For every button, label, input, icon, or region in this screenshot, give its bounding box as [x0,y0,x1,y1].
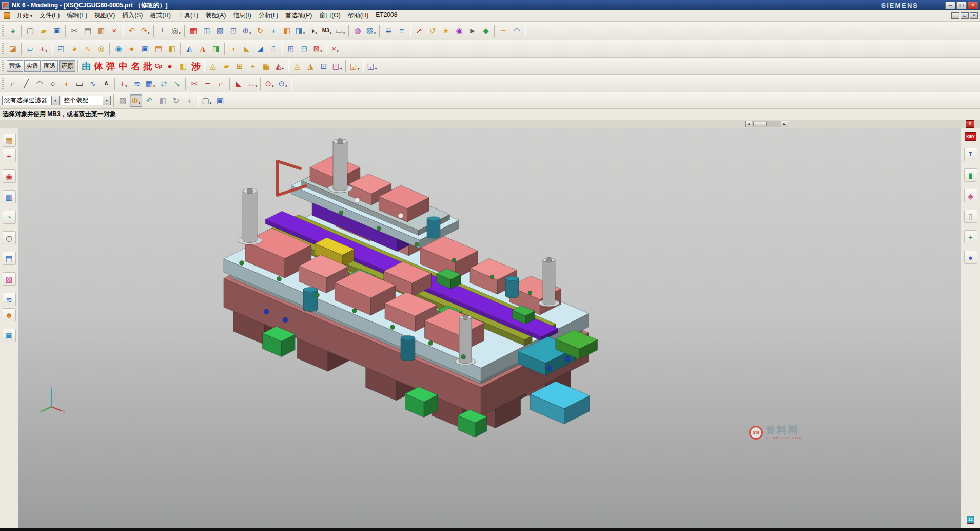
layer-settings-button[interactable]: ≣ [382,25,395,37]
maximize-button[interactable]: ▢ [956,2,967,9]
wcs-grid-button[interactable]: ▦ [187,25,200,37]
background-button[interactable]: ▭▾ [334,25,346,37]
history-tab[interactable]: ◷ [3,231,16,244]
rotate-tool-button[interactable]: ↻ [170,94,182,107]
product-outline-button[interactable]: ◰▾ [331,60,343,72]
restore-view-button[interactable]: ↶ [143,94,155,107]
char-body-button[interactable]: 体 [93,62,104,71]
horizontal-scrollbar[interactable]: ◄ ► [745,121,788,127]
menu-edit[interactable]: 编辑(E) [63,10,91,21]
battery-tool-button[interactable]: ▮ [964,168,977,182]
minimize-button[interactable]: ─ [945,2,955,9]
sphere-tool-button[interactable]: ● [964,251,977,264]
plus-tool-button[interactable]: + [964,230,977,243]
quick-trim-button[interactable]: ✂ [188,78,201,90]
measure-distance-button[interactable]: ━ [497,25,509,37]
pan-view-button[interactable]: + [267,25,280,37]
menu-preferences[interactable]: 首选项(P) [282,10,316,21]
graphics-window[interactable]: Z X Y xs 资料网 ZL.X51616.COM [18,128,961,528]
csys-button[interactable]: ↺ [426,25,439,37]
sweep-button[interactable]: ∿ [82,43,94,55]
circle-center-button[interactable]: ⊙▾ [263,78,276,90]
perspective-button[interactable]: ◧ [281,25,293,37]
contacts-tab[interactable]: ☻ [3,308,16,321]
selection-filter-combo[interactable]: 没有选择过滤器▼ [2,96,60,105]
profile-button[interactable]: ⌐ [7,78,19,90]
menu-analysis[interactable]: 分析(L) [255,10,282,21]
menu-help[interactable]: 帮助(H) [344,10,373,21]
star-tool-button[interactable]: ★ [440,25,452,37]
scroll-thumb[interactable] [753,122,767,126]
view-m3-button[interactable]: M3▾ [321,25,333,37]
auto-dimension-button[interactable]: ↔▾ [246,78,258,90]
menu-view[interactable]: 视图(V) [91,10,119,21]
palette-tool-button[interactable]: ◈ [964,189,977,202]
datum-plane-button[interactable]: ▱ [24,43,36,55]
tube-button[interactable]: ◎ [95,43,107,55]
constraint-navigator-tab[interactable]: + [3,149,16,162]
part-navigator-tab[interactable]: ◉ [3,169,16,183]
trim-body-button[interactable]: ⊠▾ [311,43,324,55]
layer-visible-in-view-button[interactable]: ≡ [396,25,408,37]
revolve-button[interactable]: ◕ [68,43,81,55]
fillet-button[interactable]: ◖ [60,78,72,90]
assembly-constraints-button[interactable]: ⊞ [233,60,246,72]
open-box-button[interactable]: ◧ [177,60,189,72]
intersect-button[interactable]: ◨ [210,43,222,55]
roles-tab[interactable]: ▤ [3,252,16,265]
reuse-library-tab[interactable]: ▥ [3,190,16,203]
display-cube-button[interactable]: ▣ [214,94,226,107]
char-batch-button[interactable]: 批 [142,62,153,71]
find-button[interactable]: ◎▾ [170,25,182,37]
delete-button[interactable]: × [108,25,121,37]
subtract-button[interactable]: ◮ [197,43,209,55]
menu-insert[interactable]: 插入(S) [119,10,146,21]
open-button[interactable]: ▰ [37,25,50,37]
show-hide-button[interactable]: ◍ [351,25,364,37]
zoom-box-button[interactable]: ⊡ [227,25,240,37]
scroll-track[interactable] [752,121,781,127]
point-tool-button[interactable]: ◉ [453,25,465,37]
select-arrow-button[interactable]: ► [466,25,479,37]
open-component-button[interactable]: ▰ [220,60,232,72]
menu-format[interactable]: 格式(R) [146,10,174,21]
geometric-constraints-button[interactable]: ◣ [232,78,245,90]
hd3d-tools-tab[interactable]: ◔ [3,211,16,224]
scroll-left-button[interactable]: ◄ [745,121,752,127]
edit-display-button[interactable]: ▨▾ [365,25,377,37]
red-ball-button[interactable]: ● [164,60,176,72]
menu-start[interactable]: 开始▾ [13,10,36,21]
point-button[interactable]: +▾ [117,78,130,90]
vector-button[interactable]: ↗ [413,25,425,37]
beaker-tool-button[interactable]: ▯ [964,210,977,223]
selection-scope-combo[interactable]: 整个装配▼ [62,96,111,105]
menu-tools[interactable]: 工具(T) [174,10,202,21]
studio-spline-button[interactable]: ∿ [87,78,99,90]
nx-start-icon[interactable]: ◕ [7,25,19,37]
pattern-component-button[interactable]: ▦ [260,60,272,72]
interference-check-button[interactable]: ◮ [304,60,317,72]
char-center-button[interactable]: 中 [117,62,129,71]
pad-button[interactable]: ▤ [152,43,165,55]
redo-button[interactable]: ↷▾ [139,25,151,37]
line-button[interactable]: ╱ [20,78,32,90]
template-tool-button[interactable]: T [964,148,977,161]
shaded-cube-button[interactable]: ◧ [156,94,169,107]
rectangle-button[interactable]: ▭ [73,78,86,90]
find-component-button[interactable]: ◬ [207,60,219,72]
image-capture-tab[interactable]: ▣ [3,329,16,342]
exploded-views-button[interactable]: ◭▾ [273,60,286,72]
internet-explorer-tab[interactable]: ≋ [3,293,16,306]
new-button[interactable]: ▢ [24,25,36,37]
measure-angle-button[interactable]: ◠ [511,25,523,37]
char-spring-button[interactable]: 弹 [105,62,116,71]
sketch-in-task-button[interactable]: ◪ [7,43,19,55]
datum-csys-button[interactable]: +▾ [37,43,50,55]
display-part-button[interactable]: ▧ [214,25,226,37]
cut-button[interactable]: ✂ [68,25,81,37]
replace-button[interactable]: 替换 [7,60,23,72]
cad-model[interactable] [18,128,961,528]
restore-button[interactable]: 还原 [59,60,75,72]
snap-point-button[interactable]: ⊕▾ [130,94,142,107]
cp-button[interactable]: Cp [154,63,163,69]
